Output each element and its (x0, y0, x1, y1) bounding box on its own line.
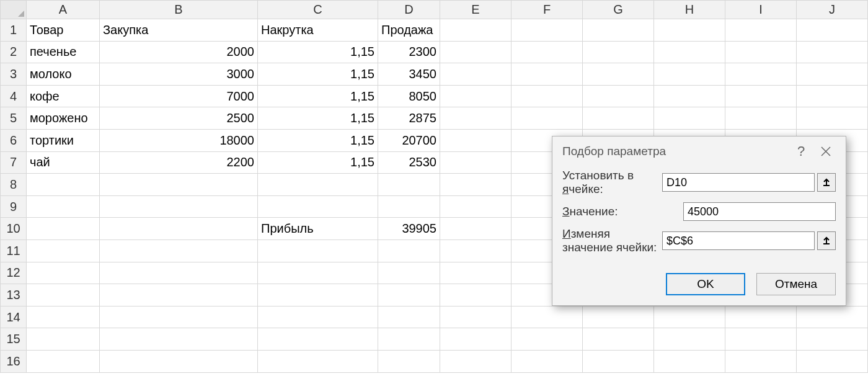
cell[interactable] (440, 174, 512, 196)
cell[interactable] (378, 239, 440, 262)
cell[interactable]: 1,15 (258, 129, 378, 151)
cell[interactable] (797, 41, 868, 63)
row-header[interactable]: 14 (1, 306, 27, 328)
cell[interactable] (27, 306, 100, 328)
cell[interactable] (440, 195, 512, 218)
cell[interactable] (440, 306, 512, 328)
cell[interactable]: 3000 (100, 63, 258, 86)
help-icon[interactable]: ? (789, 139, 813, 164)
cell[interactable] (258, 306, 378, 328)
cell[interactable] (725, 306, 797, 328)
cell[interactable]: 2200 (100, 151, 258, 174)
cell[interactable]: 3450 (378, 63, 440, 86)
cell[interactable] (654, 63, 725, 86)
cell[interactable] (725, 19, 797, 42)
cell[interactable] (797, 328, 868, 351)
cell[interactable] (797, 107, 868, 130)
cell[interactable]: 2875 (378, 107, 440, 130)
select-all-corner[interactable] (1, 1, 27, 19)
close-icon[interactable] (813, 139, 838, 164)
cell[interactable] (100, 350, 258, 372)
set-cell-input[interactable] (662, 173, 815, 192)
col-header[interactable]: A (27, 1, 100, 19)
cell[interactable] (258, 350, 378, 372)
cell[interactable] (725, 63, 797, 86)
cell[interactable]: молоко (27, 63, 100, 86)
cell[interactable]: 1,15 (258, 85, 378, 107)
cell[interactable] (583, 328, 654, 351)
cell[interactable] (440, 107, 512, 130)
cell[interactable]: 2530 (378, 151, 440, 174)
table-row[interactable]: 15 (1, 328, 868, 351)
table-row[interactable]: 1 Товар Закупка Накрутка Продажа (1, 19, 868, 42)
cell[interactable] (797, 350, 868, 372)
cell[interactable] (440, 19, 512, 42)
col-header[interactable]: E (440, 1, 512, 19)
col-header[interactable]: C (258, 1, 378, 19)
table-row[interactable]: 16 (1, 350, 868, 372)
col-header[interactable]: I (725, 1, 797, 19)
cell[interactable] (440, 63, 512, 86)
table-row[interactable]: 14 (1, 306, 868, 328)
cell[interactable] (797, 85, 868, 107)
cell[interactable] (583, 41, 654, 63)
col-header[interactable]: D (378, 1, 440, 19)
cell[interactable] (27, 218, 100, 240)
cell[interactable] (378, 306, 440, 328)
cell[interactable] (512, 85, 583, 107)
cell[interactable] (258, 239, 378, 262)
cell[interactable] (440, 262, 512, 284)
cell[interactable] (440, 284, 512, 307)
cell[interactable] (725, 85, 797, 107)
cell[interactable] (258, 174, 378, 196)
cell[interactable]: Продажа (378, 19, 440, 42)
cell[interactable] (583, 107, 654, 130)
cell[interactable] (440, 85, 512, 107)
cell[interactable] (654, 350, 725, 372)
table-row[interactable]: 5 морожено 2500 1,15 2875 (1, 107, 868, 130)
cell[interactable] (378, 328, 440, 351)
cell[interactable] (583, 63, 654, 86)
cell[interactable] (440, 218, 512, 240)
cell[interactable] (583, 85, 654, 107)
cell[interactable]: 2500 (100, 107, 258, 130)
row-header[interactable]: 8 (1, 174, 27, 196)
cell[interactable]: Прибыль (258, 218, 378, 240)
row-header[interactable]: 11 (1, 239, 27, 262)
cell[interactable] (258, 195, 378, 218)
cell[interactable] (100, 195, 258, 218)
cell[interactable] (100, 262, 258, 284)
cell[interactable] (440, 151, 512, 174)
cell[interactable] (654, 107, 725, 130)
cell[interactable] (797, 63, 868, 86)
column-header-row[interactable]: A B C D E F G H I J (1, 1, 868, 19)
cell[interactable] (512, 328, 583, 351)
cell[interactable] (258, 262, 378, 284)
col-header[interactable]: G (583, 1, 654, 19)
cell[interactable]: 8050 (378, 85, 440, 107)
table-row[interactable]: 3 молоко 3000 1,15 3450 (1, 63, 868, 86)
cell[interactable] (27, 262, 100, 284)
cell[interactable] (725, 328, 797, 351)
cell[interactable] (100, 174, 258, 196)
cell[interactable] (583, 350, 654, 372)
cell[interactable] (440, 129, 512, 151)
cell[interactable] (27, 174, 100, 196)
cell[interactable] (378, 262, 440, 284)
cell[interactable] (27, 284, 100, 307)
cell[interactable] (725, 350, 797, 372)
cell[interactable]: 1,15 (258, 107, 378, 130)
cell[interactable] (258, 284, 378, 307)
row-header[interactable]: 16 (1, 350, 27, 372)
row-header[interactable]: 7 (1, 151, 27, 174)
cell[interactable]: 2000 (100, 41, 258, 63)
by-changing-input[interactable] (662, 231, 815, 250)
cell[interactable] (27, 239, 100, 262)
cell[interactable] (378, 350, 440, 372)
cell[interactable]: морожено (27, 107, 100, 130)
cell[interactable] (258, 328, 378, 351)
cell[interactable] (440, 41, 512, 63)
row-header[interactable]: 12 (1, 262, 27, 284)
to-value-input[interactable] (683, 202, 836, 221)
cell[interactable]: Товар (27, 19, 100, 42)
